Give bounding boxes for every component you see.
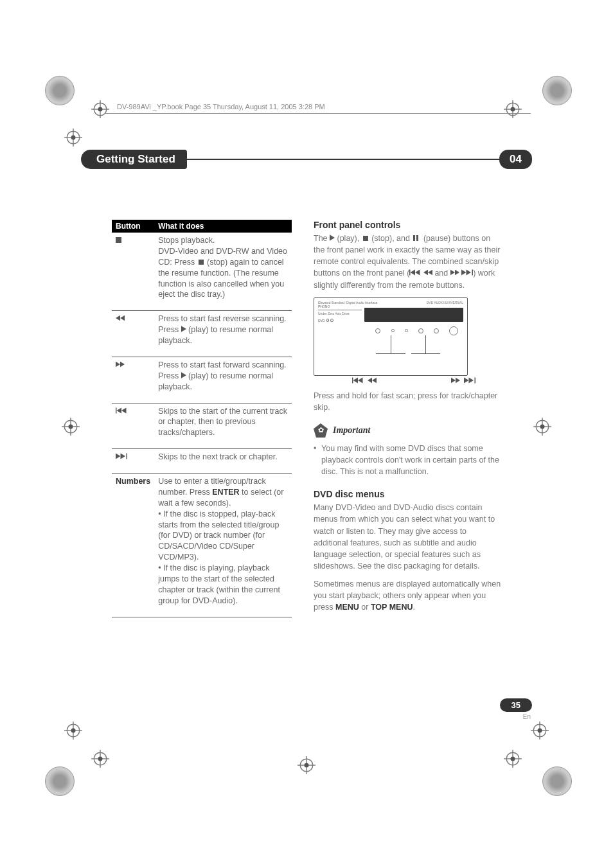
press-hold-note: Press and hold for fast scan; press for … bbox=[314, 390, 501, 413]
numbers-desc: Use to enter a title/group/track number.… bbox=[154, 474, 292, 617]
rewind-icon bbox=[112, 311, 154, 357]
important-bullet: You may find with some DVD discs that so… bbox=[314, 443, 501, 477]
svg-marker-48 bbox=[121, 407, 127, 413]
skip-forward-desc: Skips to the next track or chapter. bbox=[154, 449, 292, 474]
text: or bbox=[359, 603, 371, 612]
reg-mark bbox=[91, 750, 109, 768]
skip-back-icon bbox=[352, 377, 364, 384]
diagram-phono-label: PHONO bbox=[318, 305, 362, 308]
text: (play), bbox=[335, 234, 362, 243]
svg-marker-64 bbox=[353, 377, 359, 383]
dvd-logo-icon: DVD bbox=[318, 317, 333, 324]
reg-mark bbox=[533, 418, 551, 436]
text: (stop), and bbox=[369, 234, 413, 243]
right-column: Front panel controls The (play), (stop),… bbox=[314, 220, 501, 619]
fast-forward-icon-inline bbox=[450, 269, 459, 276]
reg-mark bbox=[62, 418, 80, 436]
svg-rect-72 bbox=[475, 377, 476, 383]
table-row: Press to start fast forward scanning. Pr… bbox=[112, 357, 292, 403]
print-mark-bl bbox=[45, 766, 71, 792]
svg-marker-68 bbox=[451, 377, 456, 382]
svg-marker-69 bbox=[456, 377, 460, 382]
svg-marker-66 bbox=[368, 377, 372, 382]
svg-point-7 bbox=[511, 107, 515, 112]
table-row: Stops playback.DVD-Video and DVD-RW and … bbox=[112, 233, 292, 311]
play-icon-inline bbox=[181, 372, 186, 378]
svg-point-19 bbox=[540, 425, 545, 429]
fast-forward-icon bbox=[451, 377, 460, 384]
pause-icon-inline bbox=[413, 233, 420, 244]
button-table-column: Button What it does Stops playback.DVD-V… bbox=[112, 220, 292, 619]
diagram-button bbox=[405, 329, 408, 332]
stop-icon-inline bbox=[363, 236, 368, 241]
table-row: Numbers Use to enter a title/group/track… bbox=[112, 474, 292, 617]
table-header-desc: What it does bbox=[154, 220, 292, 233]
svg-marker-58 bbox=[450, 270, 455, 275]
skip-back-icon-inline bbox=[409, 269, 421, 276]
play-icon-inline bbox=[181, 326, 186, 332]
text: The bbox=[314, 234, 330, 243]
page-number-box: 35 En bbox=[500, 698, 532, 720]
fast-forward-desc: Press to start fast forward scanning. Pr… bbox=[154, 357, 292, 403]
table-header-row: Button What it does bbox=[112, 220, 292, 233]
stop-desc: Stops playback.DVD-Video and DVD-RW and … bbox=[154, 233, 292, 311]
skip-forward-icon-inline bbox=[461, 269, 473, 276]
chapter-number: 04 bbox=[499, 150, 532, 169]
rewind-icon-inline bbox=[423, 269, 432, 276]
diagram-button bbox=[418, 328, 423, 333]
svg-marker-59 bbox=[455, 270, 459, 275]
svg-marker-60 bbox=[461, 270, 466, 276]
diagram-button bbox=[375, 328, 380, 333]
svg-rect-46 bbox=[116, 407, 117, 413]
text: . bbox=[413, 603, 414, 612]
svg-point-23 bbox=[71, 729, 76, 733]
svg-marker-40 bbox=[116, 315, 120, 321]
reg-mark bbox=[531, 722, 549, 740]
print-header-rule bbox=[105, 113, 531, 114]
diagram-brand-right: DVD AUDIO/UNIVERSAL bbox=[427, 301, 463, 305]
table-row: Press to start fast reverse scanning. Pr… bbox=[112, 311, 292, 357]
svg-point-39 bbox=[305, 763, 309, 768]
skip-back-icon bbox=[112, 403, 154, 449]
fast-forward-icon bbox=[112, 357, 154, 403]
diagram-controls bbox=[318, 326, 463, 335]
dvd-menus-heading: DVD disc menus bbox=[314, 489, 501, 499]
button-table: Button What it does Stops playback.DVD-V… bbox=[112, 220, 292, 617]
diagram-button bbox=[449, 326, 458, 335]
svg-marker-42 bbox=[181, 326, 186, 332]
reg-mark bbox=[298, 756, 315, 774]
reg-mark bbox=[91, 100, 109, 118]
page-number: 35 bbox=[500, 698, 532, 712]
important-list: You may find with some DVD discs that so… bbox=[314, 443, 501, 477]
rewind-desc: Press to start fast reverse scanning. Pr… bbox=[154, 311, 292, 357]
skip-forward-icon bbox=[112, 449, 154, 474]
print-mark-br bbox=[542, 766, 568, 792]
svg-point-35 bbox=[511, 757, 515, 761]
svg-rect-51 bbox=[127, 454, 128, 459]
important-row: ✿ Important bbox=[314, 423, 501, 438]
diagram-leads bbox=[318, 335, 463, 359]
skip-forward-icon bbox=[464, 377, 475, 384]
dvd-menus-para2: Sometimes menus are displayed automatica… bbox=[314, 578, 501, 613]
diagram-transport-icons bbox=[314, 377, 501, 384]
print-mark-tl bbox=[45, 76, 71, 102]
skip-back-desc: Skips to the start of the current track … bbox=[154, 403, 292, 449]
svg-marker-57 bbox=[428, 270, 432, 275]
svg-marker-49 bbox=[116, 454, 121, 459]
svg-marker-43 bbox=[116, 362, 120, 367]
important-label: Important bbox=[333, 425, 370, 436]
svg-marker-67 bbox=[372, 377, 377, 382]
svg-marker-47 bbox=[117, 407, 122, 413]
print-header-note: DV-989AVi _YP.book Page 35 Thursday, Aug… bbox=[117, 103, 325, 111]
svg-marker-61 bbox=[466, 270, 472, 276]
stop-icon-inline bbox=[199, 260, 204, 265]
svg-rect-63 bbox=[352, 377, 353, 383]
print-mark-tr bbox=[542, 76, 568, 102]
numbers-label: Numbers bbox=[112, 474, 154, 617]
front-panel-heading: Front panel controls bbox=[314, 220, 501, 230]
svg-marker-56 bbox=[423, 270, 428, 275]
svg-marker-65 bbox=[358, 377, 363, 383]
reg-mark bbox=[504, 750, 522, 768]
diagram-button bbox=[434, 328, 439, 333]
svg-marker-54 bbox=[411, 270, 416, 276]
